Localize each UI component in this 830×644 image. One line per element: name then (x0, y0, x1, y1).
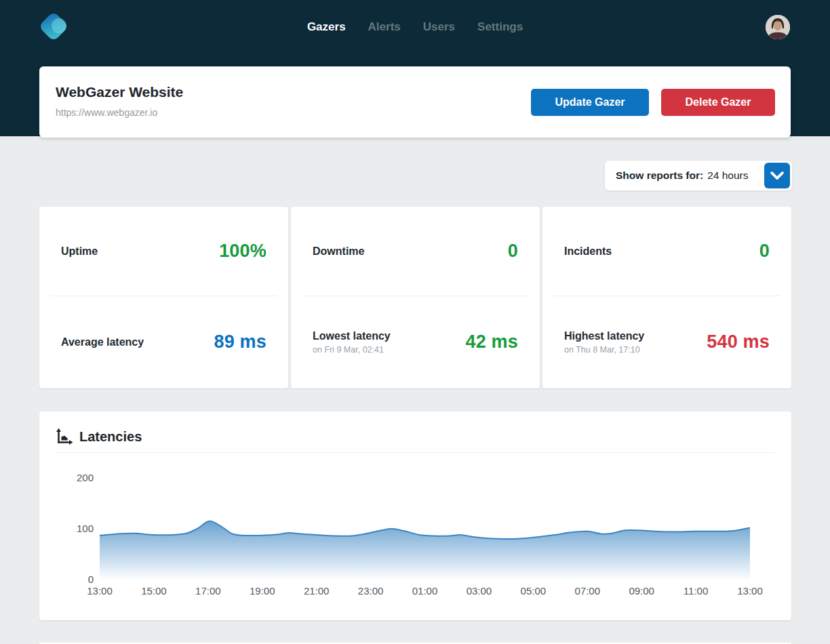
report-range-value: 24 hours (707, 169, 748, 182)
user-avatar[interactable] (766, 15, 790, 39)
app: GazersAlertsUsersSettings WebGazer Websi… (0, 0, 830, 644)
x-tick-label: 13:00 (728, 585, 772, 597)
delete-gazer-button[interactable]: Delete Gazer (661, 89, 775, 116)
chevron-down-icon (770, 171, 785, 180)
stat-value: 540 ms (707, 331, 770, 353)
x-tick-label: 19:00 (241, 585, 284, 597)
report-range-select[interactable]: Show reports for: 24 hours (605, 161, 792, 190)
latencies-header: Latencies (56, 428, 142, 445)
report-range-label: Show reports for: (616, 169, 703, 182)
nav-item-gazers[interactable]: Gazers (307, 20, 346, 34)
gazer-header-card: WebGazer Website https://www.webgazer.io… (39, 66, 791, 138)
stat-row-bottom: Highest latency on Thu 8 Mar, 17:10 540 … (542, 296, 791, 388)
stat-label: Incidents (564, 245, 612, 258)
gazer-url: https://www.webgazer.io (56, 107, 157, 118)
stat-label: Downtime (313, 245, 364, 258)
stat-row-top: Uptime 100% (39, 207, 288, 296)
stat-card: Uptime 100% Average latency 89 ms (39, 207, 288, 388)
update-gazer-button[interactable]: Update Gazer (531, 89, 649, 116)
stat-value: 89 ms (214, 331, 266, 353)
nav-menu: GazersAlertsUsersSettings (0, 0, 830, 54)
stat-value: 100% (219, 241, 266, 262)
chart-area-fill (100, 521, 750, 580)
stat-sublabel: on Fri 9 Mar, 02:41 (313, 345, 391, 355)
divider (56, 452, 775, 453)
report-range-dropdown-button[interactable] (764, 163, 790, 188)
stats-row: Uptime 100% Average latency 89 ms Downti… (39, 207, 791, 388)
area-chart-icon (56, 428, 73, 445)
stat-row-top: Incidents 0 (542, 207, 791, 296)
stat-label: Average latency (61, 336, 144, 348)
page-title: WebGazer Website (56, 84, 183, 100)
stat-label: Uptime (61, 245, 98, 258)
stat-card: Downtime 0 Lowest latency on Fri 9 Mar, … (291, 207, 540, 388)
y-tick-label: 200 (64, 472, 94, 483)
nav-item-users[interactable]: Users (423, 20, 455, 34)
x-tick-label: 11:00 (674, 585, 717, 597)
x-tick-label: 13:00 (78, 585, 121, 597)
stat-value: 0 (759, 241, 770, 262)
x-tick-label: 09:00 (620, 585, 663, 597)
stat-row-bottom: Average latency 89 ms (39, 296, 288, 388)
x-tick-label: 03:00 (457, 585, 500, 597)
stat-label: Lowest latency (313, 330, 391, 342)
latencies-card: Latencies 2001000 13:0015:0017:0019:0021… (39, 411, 791, 620)
stat-sublabel: on Thu 8 Mar, 17:10 (564, 345, 644, 355)
x-tick-label: 05:00 (511, 585, 555, 597)
stat-label: Highest latency (564, 330, 644, 342)
latencies-title: Latencies (79, 429, 142, 445)
avatar-photo (766, 15, 790, 39)
nav-item-settings[interactable]: Settings (477, 20, 523, 34)
latency-area-chart[interactable] (100, 471, 750, 580)
stat-value: 0 (508, 241, 518, 262)
stat-row-top: Downtime 0 (291, 207, 540, 296)
x-tick-label: 21:00 (295, 585, 338, 597)
x-tick-label: 17:00 (186, 585, 230, 597)
stat-row-bottom: Lowest latency on Fri 9 Mar, 02:41 42 ms (291, 296, 540, 388)
x-tick-label: 01:00 (403, 585, 447, 597)
stat-value: 42 ms (465, 331, 518, 353)
x-tick-label: 23:00 (349, 585, 393, 597)
x-tick-label: 07:00 (566, 585, 609, 597)
x-tick-label: 15:00 (132, 585, 176, 597)
y-tick-label: 100 (64, 523, 94, 534)
y-tick-label: 0 (64, 573, 94, 585)
stat-card: Incidents 0 Highest latency on Thu 8 Mar… (542, 207, 791, 388)
nav-item-alerts[interactable]: Alerts (368, 20, 401, 34)
